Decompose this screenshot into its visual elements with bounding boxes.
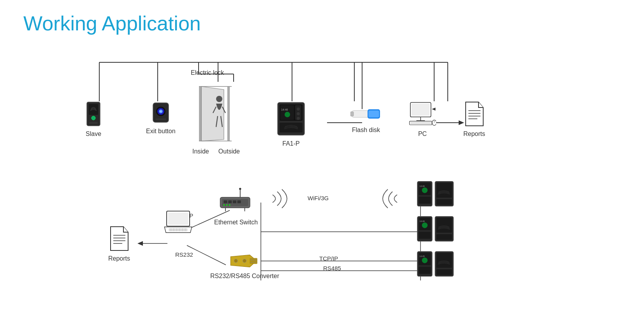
svg-text:14:45: 14:45 — [419, 255, 425, 257]
rs232-converter-device: RS232/RS485 Converter — [210, 253, 279, 280]
svg-rect-93 — [238, 201, 241, 203]
device1: 14:46 — [417, 179, 456, 210]
svg-rect-49 — [368, 111, 379, 118]
laptop-device — [164, 210, 193, 235]
svg-rect-109 — [419, 197, 431, 204]
svg-point-87 — [239, 188, 241, 190]
top-diagram: Electric lock Slave — [23, 51, 627, 171]
svg-rect-120 — [436, 234, 452, 240]
rs485-label: RS485 — [323, 265, 341, 271]
svg-rect-111 — [436, 183, 452, 197]
electric-lock-label: Electric lock — [191, 69, 224, 76]
device3: 14:45 — [417, 249, 456, 280]
svg-point-94 — [223, 204, 225, 206]
svg-point-116 — [422, 222, 428, 228]
svg-point-104 — [243, 259, 246, 263]
svg-rect-91 — [228, 201, 232, 203]
svg-point-19 — [91, 116, 95, 120]
rs232-label: RS232 — [175, 251, 193, 258]
svg-text:14:46: 14:46 — [419, 220, 425, 222]
svg-rect-117 — [419, 232, 431, 239]
svg-rect-52 — [412, 104, 430, 116]
fa1p-device: 14:46 FA1-P — [276, 101, 306, 147]
svg-rect-125 — [419, 267, 431, 274]
svg-point-41 — [285, 112, 290, 117]
device2: 14:46 — [417, 214, 456, 245]
ethernet-switch-device: Ethernet Switch — [214, 187, 258, 226]
tcpip-label-2: TCP/IP — [319, 255, 338, 262]
svg-point-124 — [422, 257, 428, 263]
svg-point-103 — [234, 259, 238, 263]
flash-disk-device: Flash disk — [350, 105, 382, 134]
svg-rect-128 — [436, 269, 452, 275]
svg-point-95 — [226, 204, 228, 206]
svg-rect-47 — [351, 111, 371, 118]
reports-bottom-device: Reports — [108, 226, 130, 262]
svg-rect-112 — [436, 199, 452, 205]
outside-label: Outside — [218, 148, 240, 155]
svg-rect-50 — [350, 112, 354, 116]
svg-marker-59 — [432, 108, 435, 111]
pc-device: PC — [409, 101, 436, 137]
wifi-label: WiFi/3G — [308, 195, 329, 201]
svg-point-108 — [422, 187, 428, 193]
svg-point-43 — [297, 108, 300, 111]
svg-rect-92 — [233, 201, 236, 203]
svg-rect-27 — [199, 86, 201, 141]
svg-point-25 — [160, 111, 162, 112]
svg-point-32 — [216, 96, 222, 102]
svg-rect-26 — [155, 118, 166, 120]
svg-text:14:46: 14:46 — [419, 185, 425, 187]
svg-point-44 — [297, 112, 300, 115]
svg-text:14:46: 14:46 — [281, 108, 288, 111]
svg-rect-90 — [224, 201, 227, 203]
page-title: Working Application — [23, 12, 201, 35]
svg-rect-119 — [436, 218, 452, 233]
inside-label: Inside — [192, 148, 209, 155]
svg-rect-78 — [168, 213, 188, 225]
exit-button-device: Exit button — [146, 101, 176, 135]
svg-point-96 — [229, 204, 231, 206]
door-device: Inside Outside — [191, 82, 241, 146]
bottom-diagram: TCP/IP TCP/IP WiFi/3G RS232 RS485 Report… — [23, 171, 627, 304]
reports-top-device: Reports — [463, 101, 485, 137]
svg-rect-20 — [89, 122, 98, 124]
svg-rect-79 — [169, 228, 188, 231]
svg-rect-56 — [410, 122, 431, 124]
svg-rect-127 — [436, 253, 452, 268]
svg-point-45 — [297, 117, 300, 120]
slave-device: Slave — [86, 101, 101, 137]
svg-marker-72 — [137, 241, 143, 246]
